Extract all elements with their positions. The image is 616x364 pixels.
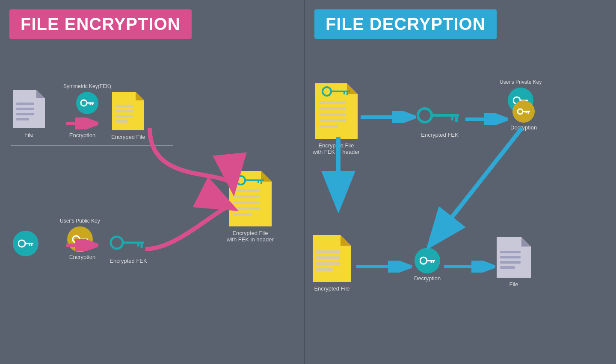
svg-marker-1 — [36, 90, 45, 98]
svg-rect-51 — [319, 125, 338, 128]
svg-rect-4 — [16, 113, 34, 115]
dec-arrow-to-decryption-bottom — [356, 261, 412, 274]
enc-arrow-bottom: Encryption — [66, 239, 98, 260]
svg-rect-47 — [319, 101, 346, 104]
svg-rect-5 — [16, 118, 29, 120]
svg-rect-70 — [316, 262, 340, 265]
svg-point-26 — [111, 237, 123, 249]
enc-arrow-top: Encryption — [66, 117, 98, 138]
dec-file-label: File — [497, 281, 531, 288]
enc-encrypted-fek: Encrypted FEK — [109, 231, 148, 264]
svg-rect-71 — [316, 268, 333, 271]
dec-private-key-label: User's Private Key — [500, 79, 542, 85]
svg-point-53 — [418, 109, 432, 122]
dec-encrypted-fek-label: Encrypted FEK — [416, 132, 463, 138]
enc-encryption-top-label: Encryption — [66, 132, 98, 138]
dec-encrypted-fek: Encrypted FEK — [416, 103, 463, 138]
svg-rect-69 — [316, 256, 340, 259]
svg-rect-48 — [319, 107, 346, 110]
svg-marker-42 — [347, 83, 358, 94]
enc-encryption-bottom-label: Encryption — [66, 254, 98, 260]
dec-decryption-top: Decryption — [510, 100, 537, 131]
svg-rect-68 — [316, 250, 340, 253]
svg-rect-2 — [16, 103, 34, 105]
svg-point-62 — [518, 109, 523, 114]
svg-rect-3 — [16, 108, 34, 110]
enc-sym-key-label: Symmetric Key(FEK) — [63, 83, 111, 89]
svg-rect-82 — [500, 261, 521, 264]
dec-title: FILE DECRYPTION — [314, 9, 497, 39]
dec-encrypted-file: Encrypted File — [313, 235, 351, 292]
dec-arrow-to-file — [444, 261, 495, 274]
enc-file-label: File — [13, 132, 45, 138]
svg-rect-15 — [116, 115, 133, 117]
svg-point-17 — [18, 240, 25, 247]
enc-title: FILE ENCRYPTION — [9, 9, 192, 39]
svg-rect-49 — [319, 113, 346, 116]
dec-arrow-to-fek — [361, 111, 416, 125]
svg-rect-16 — [116, 120, 128, 123]
svg-rect-83 — [500, 266, 515, 269]
svg-point-73 — [420, 257, 427, 264]
svg-rect-13 — [116, 105, 133, 107]
svg-rect-50 — [319, 119, 346, 122]
enc-public-key-label: User's Public Key — [60, 218, 100, 224]
svg-point-6 — [81, 100, 87, 106]
svg-rect-14 — [116, 110, 133, 112]
enc-sym-key: Symmetric Key(FEK) — [63, 83, 111, 114]
svg-marker-67 — [341, 235, 351, 246]
enc-teal-key — [13, 231, 38, 256]
enc-encrypted-fek-label: Encrypted FEK — [109, 258, 148, 264]
dec-decryption-bottom: Decryption — [414, 248, 441, 282]
dec-decryption-bottom-label: Decryption — [414, 275, 441, 282]
svg-marker-12 — [136, 92, 144, 100]
dec-arrow-to-decryption — [465, 113, 508, 127]
dec-encrypted-file-label: Encrypted File — [313, 285, 351, 292]
enc-file: File — [13, 90, 45, 138]
